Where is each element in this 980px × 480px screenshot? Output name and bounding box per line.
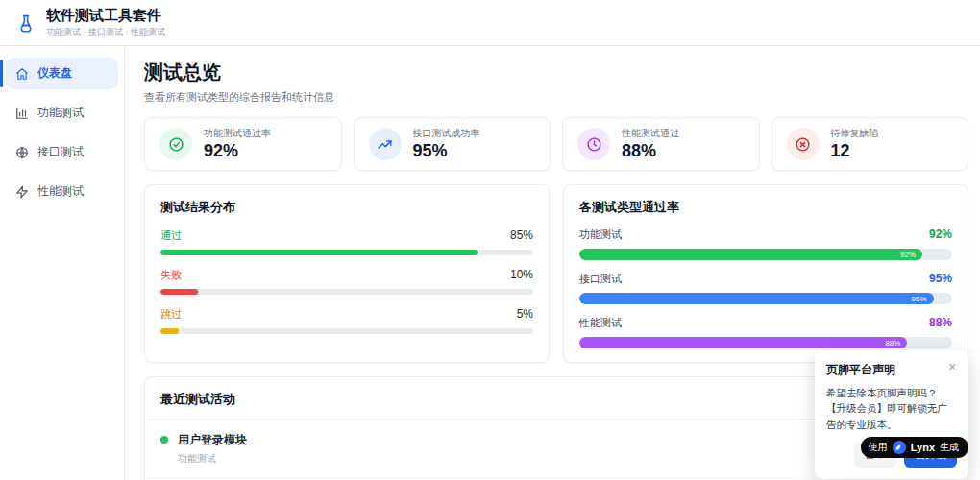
stat-label: 接口测试成功率 — [413, 127, 480, 140]
popup-title: 页脚平台声明 — [826, 362, 895, 378]
status-dot — [160, 436, 168, 444]
sidebar-item[interactable]: 性能测试 — [6, 176, 118, 207]
sidebar-item-label: 性能测试 — [37, 183, 84, 200]
trending-up-icon — [369, 128, 402, 160]
progress-track — [160, 328, 533, 334]
sidebar-item-label: 功能测试 — [37, 105, 84, 121]
charts-row: 测试结果分布 通过 85% — [144, 184, 968, 363]
progress-inner-label: 92% — [900, 251, 916, 259]
footer-statement-popup: 页脚平台声明 ✕ 希望去除本页脚声明吗？【升级会员】即可解锁无广告的专业版本。 … — [815, 350, 968, 479]
progress-fill — [160, 328, 179, 334]
progress-track — [160, 289, 533, 295]
progress-fill — [160, 289, 198, 295]
stat-value: 88% — [622, 141, 679, 161]
stat-card: 功能测试通过率 92% — [144, 117, 342, 171]
lynx-logo-icon — [893, 441, 906, 454]
pass-rate-label: 性能测试 — [579, 316, 622, 330]
sidebar-item[interactable]: 仪表盘 — [6, 58, 118, 89]
progress-fill — [160, 250, 478, 255]
distribution-label: 跳过 — [160, 307, 182, 322]
pass-rate-label: 功能测试 — [579, 228, 622, 242]
stat-card: 待修复缺陷 12 — [772, 117, 969, 171]
progress-fill: 88% — [579, 337, 907, 348]
generator-badge[interactable]: 使用 Lynx 生成 — [861, 437, 968, 458]
result-distribution-panel: 测试结果分布 通过 85% — [144, 184, 550, 363]
stat-card: 接口测试成功率 95% — [354, 117, 551, 171]
distribution-value: 5% — [517, 307, 533, 321]
stat-card: 性能测试通过 88% — [562, 117, 760, 171]
stat-label: 功能测试通过率 — [204, 127, 271, 140]
progress-track: 92% — [579, 249, 952, 260]
stat-value: 12 — [831, 141, 879, 161]
progress-inner-label: 95% — [912, 295, 927, 303]
distribution-value: 85% — [510, 228, 533, 242]
page-subtitle: 查看所有测试类型的综合报告和统计信息 — [144, 90, 968, 105]
zap-icon — [15, 185, 29, 199]
top-header: 软件测试工具套件 功能测试 · 接口测试 · 性能测试 — [0, 0, 980, 46]
app-title: 软件测试工具套件 — [46, 7, 165, 24]
clock-icon — [577, 128, 610, 160]
stats-row: 功能测试通过率 92% 接口测试成功率 95% — [144, 117, 968, 171]
sidebar-nav: 仪表盘 功能测试 接口测试 性能测试 — [0, 46, 125, 480]
pass-rate-label: 接口测试 — [579, 272, 622, 286]
sidebar-item[interactable]: 接口测试 — [6, 136, 118, 168]
sidebar-item-label: 仪表盘 — [37, 65, 72, 82]
globe-icon — [15, 146, 29, 159]
stat-value: 92% — [204, 141, 271, 161]
panel-title: 测试结果分布 — [160, 199, 533, 216]
close-icon[interactable]: ✕ — [948, 362, 957, 372]
progress-track: 95% — [579, 293, 952, 304]
distribution-value: 10% — [510, 268, 533, 281]
progress-track: 88% — [579, 337, 952, 348]
bar-chart-icon — [15, 107, 29, 120]
activity-type: 功能测试 — [178, 452, 247, 466]
badge-suffix: 生成 — [940, 441, 959, 454]
app-subtitle: 功能测试 · 接口测试 · 性能测试 — [46, 26, 165, 38]
pass-rate-value: 92% — [929, 228, 952, 241]
progress-inner-label: 88% — [885, 339, 900, 348]
stat-label: 待修复缺陷 — [831, 127, 879, 140]
progress-track — [160, 250, 533, 255]
stat-value: 95% — [413, 141, 480, 161]
distribution-row: 跳过 5% — [160, 307, 533, 334]
progress-fill: 92% — [579, 249, 922, 260]
distribution-row: 失败 10% — [160, 268, 533, 295]
pass-rate-row: 接口测试 95% 95% — [579, 272, 952, 304]
distribution-row: 通过 85% — [160, 228, 533, 255]
test-tube-logo-icon — [15, 12, 37, 34]
pass-rate-row: 功能测试 92% 92% — [579, 228, 952, 260]
badge-prefix: 使用 — [869, 441, 888, 454]
page-title: 测试总览 — [144, 60, 968, 85]
popup-message: 希望去除本页脚声明吗？【升级会员】即可解锁无广告的专业版本。 — [826, 385, 957, 432]
sidebar-item[interactable]: 功能测试 — [6, 97, 118, 129]
app-title-block: 软件测试工具套件 功能测试 · 接口测试 · 性能测试 — [46, 7, 165, 38]
sidebar-item-label: 接口测试 — [37, 144, 84, 160]
pass-rate-value: 88% — [929, 316, 952, 329]
x-circle-icon — [787, 128, 820, 160]
stat-label: 性能测试通过 — [622, 127, 679, 140]
panel-title: 各测试类型通过率 — [579, 199, 952, 216]
pass-rate-row: 性能测试 88% 88% — [579, 316, 952, 348]
pass-rate-value: 95% — [929, 272, 952, 285]
app-window: 软件测试工具套件 功能测试 · 接口测试 · 性能测试 仪表盘 功能测试 接口测… — [0, 0, 980, 480]
distribution-label: 通过 — [160, 228, 182, 243]
check-circle-icon — [159, 128, 192, 160]
type-pass-rate-panel: 各测试类型通过率 功能测试 92% 92% — [563, 184, 968, 363]
activity-title: 用户登录模块 — [178, 432, 247, 448]
badge-brand: Lynx — [911, 442, 935, 453]
home-icon — [15, 67, 29, 81]
distribution-label: 失败 — [160, 268, 182, 282]
progress-fill: 95% — [579, 293, 934, 304]
